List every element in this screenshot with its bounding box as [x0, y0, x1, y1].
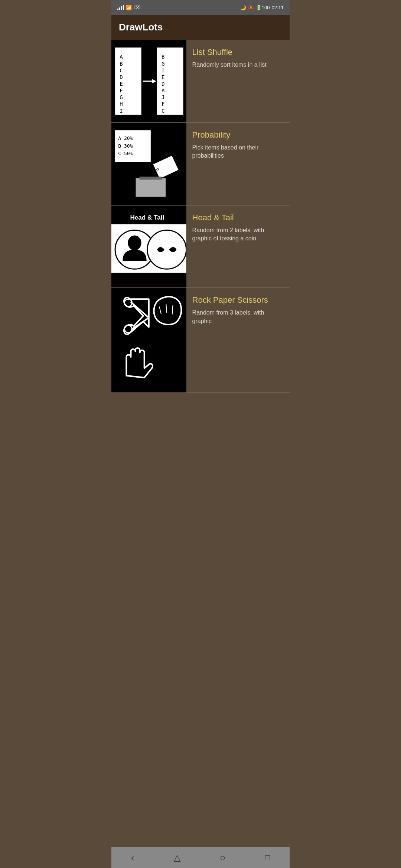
- shuffle-desc: Randomly sort items in a list: [192, 61, 284, 69]
- app-title: DrawLots: [119, 22, 163, 33]
- rps-image: [111, 288, 186, 392]
- probability-desc: Pick items based on their probabilities: [192, 144, 284, 160]
- headtail-image: Head & Tail: [111, 206, 186, 288]
- probability-title: Probability: [192, 130, 284, 140]
- svg-text:J: J: [162, 94, 165, 100]
- svg-text:A 20%: A 20%: [118, 135, 133, 141]
- status-left: 📶 ⌫: [117, 5, 140, 10]
- svg-text:E: E: [162, 74, 165, 80]
- rps-desc: Random from 3 labels, with graphic: [192, 309, 284, 325]
- svg-text:G: G: [162, 61, 165, 67]
- svg-text:Head & Tail: Head & Tail: [130, 214, 164, 221]
- svg-text:C: C: [120, 68, 123, 73]
- svg-text:I: I: [162, 68, 165, 73]
- moon-icon: 🌙: [240, 5, 246, 10]
- svg-rect-28: [136, 178, 166, 197]
- headtail-title: Head & Tail: [192, 213, 284, 223]
- wifi-icon: 📶: [126, 5, 132, 10]
- time-display: 02:11: [271, 5, 284, 10]
- shuffle-title: List Shuffle: [192, 47, 284, 57]
- svg-text:F: F: [120, 88, 123, 93]
- alarm-icon: 🔕: [248, 5, 254, 10]
- shuffle-image: A B C D E F G H I B G I E D A J F C: [111, 40, 186, 122]
- svg-point-37: [147, 230, 186, 269]
- list-item-headtail[interactable]: Head & Tail Head & Tail Random from 2 la…: [111, 206, 290, 288]
- battery-icon: 🔋100: [256, 5, 270, 10]
- signal-icon: [117, 5, 124, 10]
- svg-text:C 50%: C 50%: [118, 150, 133, 156]
- svg-text:I: I: [120, 108, 123, 114]
- rps-content: Rock Paper Scissors Random from 3 labels…: [186, 288, 290, 392]
- status-bar: 📶 ⌫ 🌙 🔕 🔋100 02:11: [111, 0, 290, 15]
- nav-recent-icon[interactable]: □: [265, 853, 270, 862]
- nav-home-icon[interactable]: △: [174, 852, 180, 863]
- probability-content: Probability Pick items based on their pr…: [186, 123, 290, 205]
- headtail-desc: Random from 2 labels, with graphic of to…: [192, 226, 284, 243]
- status-right: 🌙 🔕 🔋100 02:11: [240, 5, 284, 10]
- svg-text:H: H: [120, 101, 123, 107]
- list-item-probability[interactable]: A 20% B 30% C 50% n Probability Pick ite…: [111, 123, 290, 206]
- list-item-shuffle[interactable]: A B C D E F G H I B G I E D A J F C List…: [111, 40, 290, 123]
- rps-title: Rock Paper Scissors: [192, 295, 284, 305]
- headtail-content: Head & Tail Random from 2 labels, with g…: [186, 206, 290, 288]
- svg-line-44: [172, 306, 173, 315]
- svg-text:B: B: [120, 61, 123, 67]
- nav-circle-icon[interactable]: ○: [220, 852, 226, 864]
- svg-rect-31: [140, 177, 162, 180]
- svg-point-36: [128, 235, 141, 250]
- nav-bar: ‹ △ ○ □: [111, 847, 290, 868]
- probability-image: A 20% B 30% C 50% n: [111, 123, 186, 205]
- shuffle-content: List Shuffle Randomly sort items in a li…: [186, 40, 290, 122]
- svg-text:C: C: [162, 108, 165, 114]
- svg-text:E: E: [120, 81, 123, 87]
- svg-rect-13: [157, 47, 183, 115]
- usb-icon: ⌫: [134, 5, 140, 10]
- svg-text:B 30%: B 30%: [118, 143, 133, 148]
- svg-rect-1: [115, 47, 141, 115]
- svg-text:D: D: [162, 81, 165, 87]
- svg-text:F: F: [162, 101, 165, 107]
- nav-back-icon[interactable]: ‹: [131, 852, 134, 864]
- svg-text:B: B: [162, 54, 165, 60]
- svg-text:A: A: [120, 54, 123, 60]
- svg-text:A: A: [162, 88, 165, 93]
- list-item-rps[interactable]: Rock Paper Scissors Random from 3 labels…: [111, 288, 290, 393]
- svg-text:G: G: [120, 94, 123, 100]
- svg-text:D: D: [120, 74, 123, 80]
- app-bar: DrawLots: [111, 15, 290, 40]
